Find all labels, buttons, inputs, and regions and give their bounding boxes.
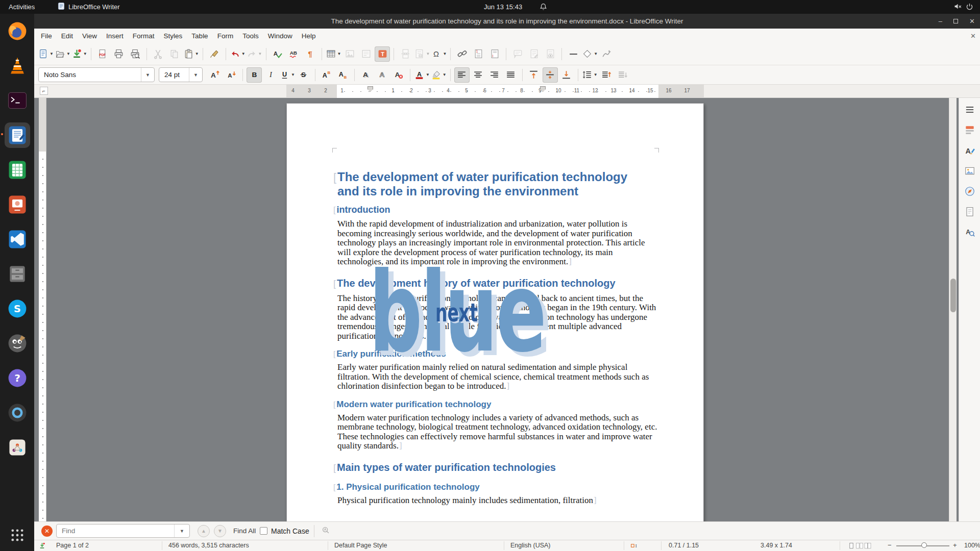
dropdown-arrow-icon[interactable]: ▼ [426, 52, 430, 56]
active-app-indicator[interactable]: LibreOffice Writer [57, 0, 120, 14]
undo-button[interactable]: ▼ [230, 46, 246, 62]
font-size-combo[interactable]: 24 pt ▼ [159, 67, 203, 82]
match-case-checkbox[interactable] [260, 527, 267, 535]
justify-button[interactable] [503, 67, 519, 83]
paragraph[interactable]: Physical purification technology mainly … [337, 496, 659, 506]
power-icon[interactable] [965, 2, 974, 12]
scrollbar-thumb[interactable] [950, 279, 956, 312]
insert-special-character-button[interactable]: Ω▼ [431, 46, 447, 62]
font-color-button[interactable]: A▼ [414, 67, 430, 83]
bold-button[interactable]: B [247, 67, 262, 83]
dropdown-arrow-icon[interactable]: ▼ [443, 72, 447, 77]
sidebar-tab-sidebar-menu[interactable] [962, 102, 977, 117]
heading[interactable]: Main types of water purification technol… [337, 461, 659, 474]
dock-item-vscode[interactable] [5, 227, 30, 252]
align-left-button[interactable] [454, 67, 470, 83]
new-document-button[interactable]: ▼ [38, 46, 54, 62]
view-layout-buttons[interactable] [847, 542, 872, 551]
dropdown-arrow-icon[interactable]: ▼ [241, 52, 246, 56]
zoom-percent[interactable]: 100% [964, 542, 980, 549]
spelling-button[interactable]: A [270, 46, 285, 62]
find-all-button[interactable]: Find All [233, 527, 256, 535]
shadow-button[interactable]: AA [358, 67, 374, 83]
dropdown-arrow-icon[interactable]: ▼ [195, 52, 199, 56]
sidebar-tab-properties[interactable] [962, 122, 977, 138]
dock-item-writer[interactable] [5, 122, 30, 148]
insert-endnote-button[interactable]: i [487, 46, 502, 62]
dropdown-arrow-icon[interactable]: ▼ [426, 72, 430, 77]
menu-styles[interactable]: Styles [159, 30, 187, 42]
notification-bell-icon[interactable] [539, 0, 548, 14]
dropdown-arrow-icon[interactable]: ▼ [594, 52, 598, 56]
clock[interactable]: Jun 13 15:43 [484, 0, 522, 14]
volume-muted-icon[interactable] [953, 2, 962, 12]
align-right-button[interactable] [487, 67, 502, 83]
find-input-box[interactable]: ▼ [56, 524, 190, 538]
align-center-button[interactable] [471, 67, 486, 83]
dock-item-help[interactable]: ? [5, 365, 30, 391]
sidebar-tab-styles[interactable]: A [962, 143, 977, 158]
dock-item-impress[interactable] [5, 192, 30, 217]
clear-formatting-button[interactable]: A [391, 67, 406, 83]
dropdown-arrow-icon[interactable]: ▼ [594, 72, 598, 77]
dock-item-skype[interactable]: S [5, 296, 30, 321]
zoom-in-button[interactable]: + [953, 541, 957, 549]
chevron-down-icon[interactable]: ▼ [189, 68, 202, 82]
text-language[interactable]: English (USA) [510, 542, 551, 549]
paste-button[interactable]: ▼ [183, 46, 199, 62]
document-title-heading[interactable]: The development of water purification te… [337, 170, 644, 198]
save-status-icon[interactable] [38, 542, 46, 551]
find-next-button[interactable]: ▼ [214, 525, 226, 537]
save-button[interactable]: ▼ [71, 46, 87, 62]
formatting-marks-button[interactable]: ¶ [303, 46, 318, 62]
tab-stop-selector[interactable]: ⌐ [40, 87, 48, 95]
heading[interactable]: introduction [337, 204, 659, 215]
clone-formatting-button[interactable] [207, 46, 222, 62]
dropdown-arrow-icon[interactable]: ▼ [337, 52, 341, 56]
restore-button[interactable] [953, 17, 958, 25]
selection-size[interactable]: 3.49 x 1.74 [761, 542, 792, 549]
menu-form[interactable]: Form [213, 30, 238, 42]
dropdown-arrow-icon[interactable]: ▼ [83, 52, 87, 56]
cursor-position[interactable]: 0.71 / 1.15 [669, 542, 699, 549]
dock-item-gimp[interactable] [5, 331, 30, 356]
menu-insert[interactable]: Insert [102, 30, 128, 42]
dropdown-arrow-icon[interactable]: ▼ [291, 72, 295, 77]
superscript-button[interactable]: AB [319, 67, 334, 83]
zoom-out-button[interactable]: − [888, 541, 892, 549]
system-tray[interactable] [953, 0, 974, 14]
menu-format[interactable]: Format [128, 30, 159, 42]
menu-window[interactable]: Window [263, 30, 297, 42]
sidebar-tab-gallery[interactable] [962, 163, 977, 179]
underline-button[interactable]: U▼ [279, 67, 295, 83]
dock-item-terminal[interactable] [5, 88, 30, 113]
dropdown-arrow-icon[interactable]: ▼ [443, 52, 447, 56]
sidebar-tab-page[interactable] [962, 204, 977, 219]
insert-hyperlink-button[interactable] [454, 46, 470, 62]
page-count[interactable]: Page 1 of 2 [56, 542, 89, 549]
insert-table-button[interactable]: ▼ [326, 46, 341, 62]
menu-file[interactable]: File [36, 30, 57, 42]
open-button[interactable]: ▼ [55, 46, 70, 62]
dock-item-files[interactable] [5, 261, 30, 287]
outline-button[interactable]: A [375, 67, 390, 83]
horizontal-line-button[interactable] [566, 46, 581, 62]
formatted-display-icon[interactable] [321, 525, 330, 537]
dropdown-arrow-icon[interactable]: ▼ [258, 52, 262, 56]
close-document-icon[interactable]: ✕ [970, 32, 976, 40]
paragraph[interactable]: Modern water purification technology inc… [337, 413, 659, 451]
dock-item-settings[interactable] [5, 400, 30, 425]
grow-font-button[interactable]: A [207, 67, 223, 83]
page-style[interactable]: Default Page Style [334, 542, 387, 549]
close-button[interactable]: ✕ [969, 17, 975, 25]
sidebar-tab-navigator[interactable] [962, 184, 977, 199]
horizontal-ruler[interactable]: ⌐ 43211234567891011121314151617 [34, 85, 980, 98]
search-input[interactable] [57, 524, 174, 537]
line-spacing-button[interactable]: ▼ [582, 67, 598, 83]
close-find-bar-button[interactable]: ✕ [41, 525, 53, 537]
font-name-combo[interactable]: Noto Sans ▼ [38, 67, 155, 82]
activities-button[interactable]: Activities [9, 0, 35, 14]
sidebar-tab-style-inspector[interactable]: A [962, 224, 977, 240]
vertical-ruler[interactable] [39, 98, 46, 521]
print-button[interactable] [111, 46, 127, 62]
